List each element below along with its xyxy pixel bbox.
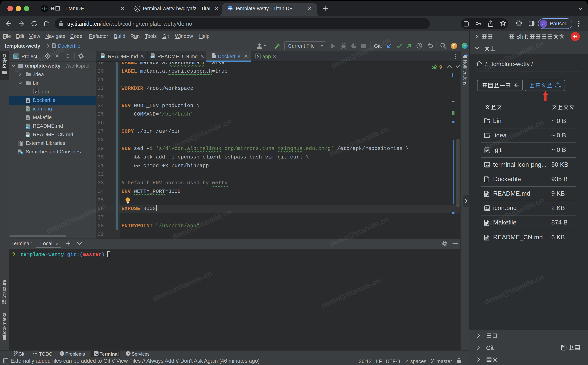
svg-text:git: git (485, 149, 489, 152)
svg-text:MD: MD (101, 56, 105, 58)
svg-text:MD: MD (151, 56, 154, 58)
svg-text:MD: MD (26, 126, 29, 129)
svg-text:MD: MD (26, 135, 29, 137)
